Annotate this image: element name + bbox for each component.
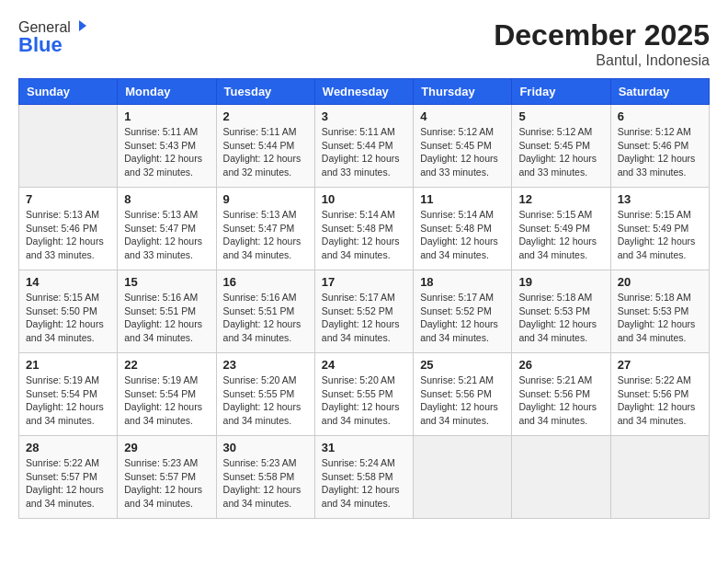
day-info: Sunrise: 5:11 AMSunset: 5:43 PMDaylight:… [124,126,202,178]
day-info: Sunrise: 5:13 AMSunset: 5:46 PMDaylight:… [26,209,104,260]
day-number: 13 [618,192,702,206]
day-number: 18 [420,275,505,289]
calendar-cell: 15 Sunrise: 5:16 AMSunset: 5:51 PMDaylig… [118,270,216,353]
calendar-cell: 13 Sunrise: 5:15 AMSunset: 5:49 PMDaylig… [610,188,709,270]
day-number: 27 [618,358,702,372]
day-info: Sunrise: 5:19 AMSunset: 5:54 PMDaylight:… [26,374,104,426]
calendar-table: SundayMondayTuesdayWednesdayThursdayFrid… [18,78,710,519]
calendar-cell: 27 Sunrise: 5:22 AMSunset: 5:56 PMDaylig… [610,353,709,436]
title-block: December 2025 Bantul, Indonesia [494,18,710,69]
day-info: Sunrise: 5:22 AMSunset: 5:57 PMDaylight:… [26,457,104,509]
calendar-cell: 8 Sunrise: 5:13 AMSunset: 5:47 PMDayligh… [118,188,216,270]
day-info: Sunrise: 5:24 AMSunset: 5:58 PMDaylight:… [322,457,400,509]
calendar-cell: 1 Sunrise: 5:11 AMSunset: 5:43 PMDayligh… [118,105,216,188]
calendar-cell: 18 Sunrise: 5:17 AMSunset: 5:52 PMDaylig… [414,270,512,353]
page-header: General Blue December 2025 Bantul, Indon… [18,18,710,69]
day-number: 24 [322,358,406,372]
calendar-cell: 31 Sunrise: 5:24 AMSunset: 5:58 PMDaylig… [314,436,413,519]
day-info: Sunrise: 5:12 AMSunset: 5:46 PMDaylight:… [618,126,696,178]
day-number: 11 [420,192,505,206]
day-info: Sunrise: 5:21 AMSunset: 5:56 PMDaylight:… [420,374,498,426]
calendar-cell: 7 Sunrise: 5:13 AMSunset: 5:46 PMDayligh… [19,188,118,270]
calendar-cell: 21 Sunrise: 5:19 AMSunset: 5:54 PMDaylig… [19,353,118,436]
weekday-header-row: SundayMondayTuesdayWednesdayThursdayFrid… [19,79,710,105]
page-title: December 2025 [494,18,710,52]
calendar-cell: 29 Sunrise: 5:23 AMSunset: 5:57 PMDaylig… [118,436,216,519]
day-number: 1 [124,109,209,123]
calendar-week-row: 14 Sunrise: 5:15 AMSunset: 5:50 PMDaylig… [19,270,710,353]
day-info: Sunrise: 5:16 AMSunset: 5:51 PMDaylight:… [124,292,202,343]
calendar-cell [610,436,709,519]
weekday-header-thursday: Thursday [414,79,512,105]
day-number: 5 [518,109,603,123]
calendar-cell: 12 Sunrise: 5:15 AMSunset: 5:49 PMDaylig… [512,188,610,270]
calendar-cell: 16 Sunrise: 5:16 AMSunset: 5:51 PMDaylig… [216,270,314,353]
day-info: Sunrise: 5:12 AMSunset: 5:45 PMDaylight:… [518,126,597,178]
weekday-header-sunday: Sunday [19,79,118,105]
day-number: 16 [223,275,308,289]
day-info: Sunrise: 5:17 AMSunset: 5:52 PMDaylight:… [322,292,400,343]
calendar-cell: 6 Sunrise: 5:12 AMSunset: 5:46 PMDayligh… [610,105,709,188]
calendar-cell: 23 Sunrise: 5:20 AMSunset: 5:55 PMDaylig… [216,353,314,436]
day-info: Sunrise: 5:17 AMSunset: 5:52 PMDaylight:… [420,292,498,343]
day-info: Sunrise: 5:22 AMSunset: 5:56 PMDaylight:… [618,374,696,426]
day-info: Sunrise: 5:15 AMSunset: 5:49 PMDaylight:… [518,209,597,260]
weekday-header-tuesday: Tuesday [216,79,314,105]
day-number: 7 [26,192,110,206]
calendar-cell [414,436,512,519]
calendar-cell: 5 Sunrise: 5:12 AMSunset: 5:45 PMDayligh… [512,105,610,188]
day-info: Sunrise: 5:14 AMSunset: 5:48 PMDaylight:… [322,209,400,260]
day-info: Sunrise: 5:11 AMSunset: 5:44 PMDaylight:… [322,126,400,178]
day-number: 23 [223,358,308,372]
calendar-cell: 9 Sunrise: 5:13 AMSunset: 5:47 PMDayligh… [216,188,314,270]
day-info: Sunrise: 5:12 AMSunset: 5:45 PMDaylight:… [420,126,498,178]
page-subtitle: Bantul, Indonesia [494,52,710,69]
logo-blue-text: Blue [18,33,63,57]
day-info: Sunrise: 5:20 AMSunset: 5:55 PMDaylight:… [223,374,301,426]
calendar-cell: 22 Sunrise: 5:19 AMSunset: 5:54 PMDaylig… [118,353,216,436]
calendar-cell: 28 Sunrise: 5:22 AMSunset: 5:57 PMDaylig… [19,436,118,519]
calendar-cell: 19 Sunrise: 5:18 AMSunset: 5:53 PMDaylig… [512,270,610,353]
day-info: Sunrise: 5:15 AMSunset: 5:50 PMDaylight:… [26,292,104,343]
day-number: 21 [26,358,110,372]
day-number: 17 [322,275,406,289]
weekday-header-wednesday: Wednesday [314,79,413,105]
calendar-week-row: 1 Sunrise: 5:11 AMSunset: 5:43 PMDayligh… [19,105,710,188]
day-number: 2 [223,109,308,123]
day-info: Sunrise: 5:20 AMSunset: 5:55 PMDaylight:… [322,374,400,426]
day-info: Sunrise: 5:13 AMSunset: 5:47 PMDaylight:… [223,209,301,260]
day-info: Sunrise: 5:19 AMSunset: 5:54 PMDaylight:… [124,374,202,426]
day-number: 12 [518,192,603,206]
calendar-cell: 20 Sunrise: 5:18 AMSunset: 5:53 PMDaylig… [610,270,709,353]
day-number: 3 [322,109,406,123]
day-number: 19 [518,275,603,289]
calendar-cell: 26 Sunrise: 5:21 AMSunset: 5:56 PMDaylig… [512,353,610,436]
day-info: Sunrise: 5:14 AMSunset: 5:48 PMDaylight:… [420,209,498,260]
day-info: Sunrise: 5:18 AMSunset: 5:53 PMDaylight:… [618,292,696,343]
day-info: Sunrise: 5:18 AMSunset: 5:53 PMDaylight:… [518,292,597,343]
logo: General Blue [18,18,87,57]
day-number: 26 [518,358,603,372]
day-number: 8 [124,192,209,206]
svg-marker-0 [79,20,86,31]
day-number: 31 [322,441,406,454]
calendar-cell: 14 Sunrise: 5:15 AMSunset: 5:50 PMDaylig… [19,270,118,353]
day-number: 25 [420,358,505,372]
day-number: 6 [618,109,702,123]
day-info: Sunrise: 5:11 AMSunset: 5:44 PMDaylight:… [223,126,301,178]
calendar-cell [512,436,610,519]
day-number: 20 [618,275,702,289]
day-number: 30 [223,441,308,454]
calendar-cell: 4 Sunrise: 5:12 AMSunset: 5:45 PMDayligh… [414,105,512,188]
calendar-week-row: 28 Sunrise: 5:22 AMSunset: 5:57 PMDaylig… [19,436,710,519]
weekday-header-friday: Friday [512,79,610,105]
day-info: Sunrise: 5:23 AMSunset: 5:58 PMDaylight:… [223,457,301,509]
calendar-cell: 3 Sunrise: 5:11 AMSunset: 5:44 PMDayligh… [314,105,413,188]
calendar-cell: 24 Sunrise: 5:20 AMSunset: 5:55 PMDaylig… [314,353,413,436]
calendar-cell: 2 Sunrise: 5:11 AMSunset: 5:44 PMDayligh… [216,105,314,188]
calendar-cell: 10 Sunrise: 5:14 AMSunset: 5:48 PMDaylig… [314,188,413,270]
weekday-header-saturday: Saturday [610,79,709,105]
calendar-cell: 30 Sunrise: 5:23 AMSunset: 5:58 PMDaylig… [216,436,314,519]
day-number: 10 [322,192,406,206]
calendar-cell: 25 Sunrise: 5:21 AMSunset: 5:56 PMDaylig… [414,353,512,436]
